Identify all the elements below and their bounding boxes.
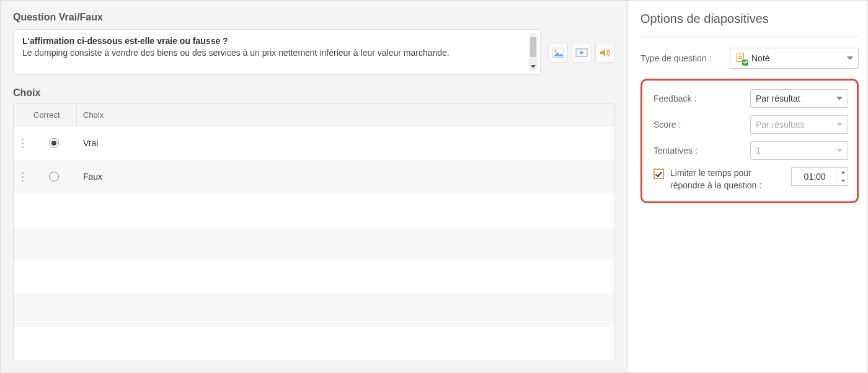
add-image-button[interactable] xyxy=(548,43,568,63)
attempts-row: Tentatives : 1 xyxy=(653,141,848,160)
main-area: Question Vrai/Faux L'affirmation ci-dess… xyxy=(1,1,628,372)
question-text-box[interactable]: L'affirmation ci-dessous est-elle vraie … xyxy=(13,29,541,75)
svg-rect-4 xyxy=(575,49,577,56)
time-limit-group: Limiter le temps pour répondre à la ques… xyxy=(653,167,785,191)
triangle-down-icon xyxy=(841,180,845,182)
question-row: L'affirmation ci-dessous est-elle vraie … xyxy=(13,29,615,75)
column-correct: Correct xyxy=(31,104,77,126)
empty-row xyxy=(14,227,614,260)
question-type-value: Noté xyxy=(751,53,770,63)
radio-icon xyxy=(49,138,59,148)
add-audio-button[interactable] xyxy=(595,43,615,63)
column-choice: Choix xyxy=(77,104,614,126)
video-icon xyxy=(575,48,588,58)
drag-dots-icon xyxy=(22,172,24,182)
image-icon xyxy=(552,48,564,58)
time-spinner xyxy=(838,168,848,185)
triangle-up-icon xyxy=(841,171,845,173)
feedback-select[interactable]: Par résultat xyxy=(750,89,848,108)
question-body: Le dumping consiste à vendre des biens o… xyxy=(22,47,526,59)
feedback-label: Feedback : xyxy=(653,93,696,105)
correct-radio[interactable] xyxy=(31,172,77,182)
highlighted-options: Feedback : Par résultat Score : Par résu… xyxy=(640,79,859,203)
time-decrease-button[interactable] xyxy=(838,177,848,185)
chevron-down-icon xyxy=(836,97,843,100)
question-type-select[interactable]: Noté xyxy=(730,48,859,69)
correct-radio[interactable] xyxy=(31,138,77,148)
time-limit-input[interactable]: 01:00 xyxy=(791,167,848,186)
choice-row[interactable]: Faux xyxy=(14,160,614,193)
score-select[interactable]: Par résultats xyxy=(750,115,848,134)
choices-body: Vrai Faux xyxy=(14,126,614,361)
scrollbar-thumb[interactable] xyxy=(530,37,536,57)
time-increase-button[interactable] xyxy=(838,168,848,177)
question-prompt: L'affirmation ci-dessous est-elle vraie … xyxy=(22,36,526,46)
side-panel: Options de diapositives Type de question… xyxy=(628,1,867,372)
svg-marker-6 xyxy=(580,51,584,55)
choices-table: Correct Choix Vrai xyxy=(13,103,615,361)
time-limit-row: Limiter le temps pour répondre à la ques… xyxy=(653,167,848,191)
svg-point-1 xyxy=(554,50,557,52)
score-row: Score : Par résultats xyxy=(653,115,848,134)
attempts-label: Tentatives : xyxy=(653,145,698,157)
choice-label[interactable]: Faux xyxy=(77,172,614,182)
radio-icon xyxy=(49,172,59,182)
add-video-button[interactable] xyxy=(572,43,591,63)
question-section-title: Question Vrai/Faux xyxy=(13,12,615,23)
attempts-select[interactable]: 1 xyxy=(750,141,848,160)
drag-handle[interactable] xyxy=(14,172,31,182)
score-label: Score : xyxy=(653,119,681,131)
chevron-down-icon xyxy=(847,56,853,60)
empty-row xyxy=(14,294,614,327)
panel-title: Options de diapositives xyxy=(640,12,859,26)
empty-row xyxy=(14,260,614,294)
empty-row xyxy=(14,193,614,227)
divider xyxy=(640,36,859,37)
question-scrollbar[interactable] xyxy=(529,33,538,71)
choice-row[interactable]: Vrai xyxy=(14,126,614,160)
audio-icon xyxy=(599,48,611,58)
choices-header: Correct Choix xyxy=(14,104,614,126)
question-type-label: Type de question : xyxy=(640,53,711,64)
time-limit-label: Limiter le temps pour répondre à la ques… xyxy=(670,167,785,191)
checkmark-icon xyxy=(655,170,662,177)
drag-handle[interactable] xyxy=(14,139,31,148)
svg-rect-5 xyxy=(586,49,588,56)
scroll-down-icon[interactable] xyxy=(531,65,536,68)
svg-marker-7 xyxy=(600,49,605,56)
feedback-row: Feedback : Par résultat xyxy=(653,89,848,108)
drag-dots-icon xyxy=(22,139,24,148)
question-type-row: Type de question : Noté xyxy=(640,48,859,69)
score-value: Par résultats xyxy=(756,120,805,129)
media-buttons xyxy=(548,29,615,63)
app-root: Question Vrai/Faux L'affirmation ci-dess… xyxy=(0,0,868,373)
graded-icon xyxy=(735,53,746,64)
feedback-value: Par résultat xyxy=(756,94,800,103)
empty-row xyxy=(14,327,614,361)
svg-marker-2 xyxy=(554,52,564,56)
chevron-down-icon xyxy=(836,149,843,152)
chevron-down-icon xyxy=(836,123,843,126)
time-limit-checkbox[interactable] xyxy=(653,169,664,179)
choice-label[interactable]: Vrai xyxy=(77,138,614,148)
attempts-value: 1 xyxy=(756,146,761,156)
choices-section-title: Choix xyxy=(13,87,615,99)
time-limit-value[interactable]: 01:00 xyxy=(792,172,838,182)
